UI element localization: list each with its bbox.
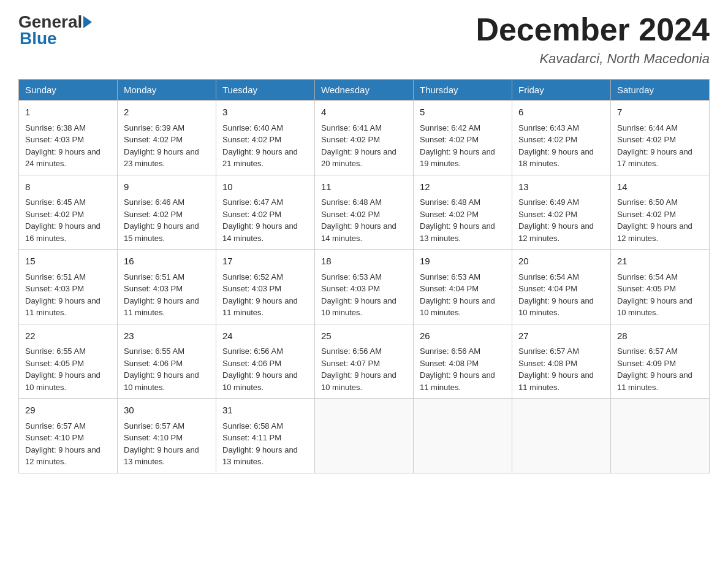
calendar-day-header: Thursday (414, 80, 512, 101)
calendar-day-cell (414, 399, 512, 473)
calendar-day-cell: 14 Sunrise: 6:50 AMSunset: 4:02 PMDaylig… (611, 175, 710, 250)
day-number: 26 (420, 329, 506, 343)
day-info: Sunrise: 6:48 AMSunset: 4:02 PMDaylight:… (420, 197, 495, 243)
day-number: 27 (518, 329, 604, 343)
calendar-day-cell: 3 Sunrise: 6:40 AMSunset: 4:02 PMDayligh… (216, 101, 315, 175)
day-info: Sunrise: 6:49 AMSunset: 4:02 PMDaylight:… (518, 197, 594, 243)
calendar-day-cell: 24 Sunrise: 6:56 AMSunset: 4:06 PMDaylig… (216, 324, 315, 399)
calendar-day-cell: 27 Sunrise: 6:57 AMSunset: 4:08 PMDaylig… (512, 324, 611, 399)
day-info: Sunrise: 6:50 AMSunset: 4:02 PMDaylight:… (617, 197, 692, 243)
calendar-day-header: Sunday (19, 80, 118, 101)
day-number: 30 (124, 404, 210, 418)
day-info: Sunrise: 6:57 AMSunset: 4:09 PMDaylight:… (617, 347, 692, 392)
day-number: 15 (25, 255, 111, 269)
logo-arrow-icon (83, 16, 92, 28)
day-info: Sunrise: 6:57 AMSunset: 4:10 PMDaylight:… (25, 421, 100, 467)
day-info: Sunrise: 6:53 AMSunset: 4:03 PMDaylight:… (321, 272, 396, 318)
calendar-day-cell: 1 Sunrise: 6:38 AMSunset: 4:03 PMDayligh… (19, 101, 118, 175)
calendar-day-cell: 5 Sunrise: 6:42 AMSunset: 4:02 PMDayligh… (414, 101, 512, 175)
day-info: Sunrise: 6:54 AMSunset: 4:05 PMDaylight:… (617, 272, 692, 318)
day-info: Sunrise: 6:45 AMSunset: 4:02 PMDaylight:… (25, 197, 100, 243)
day-number: 12 (420, 180, 506, 194)
day-number: 19 (420, 255, 506, 269)
day-info: Sunrise: 6:53 AMSunset: 4:04 PMDaylight:… (420, 272, 495, 318)
calendar-day-cell: 12 Sunrise: 6:48 AMSunset: 4:02 PMDaylig… (414, 175, 512, 250)
day-info: Sunrise: 6:54 AMSunset: 4:04 PMDaylight:… (518, 272, 594, 318)
logo: General Blue (18, 12, 94, 48)
calendar-day-cell: 30 Sunrise: 6:57 AMSunset: 4:10 PMDaylig… (118, 399, 216, 473)
calendar-day-cell: 2 Sunrise: 6:39 AMSunset: 4:02 PMDayligh… (118, 101, 216, 175)
calendar-week-row: 22 Sunrise: 6:55 AMSunset: 4:05 PMDaylig… (19, 324, 710, 399)
month-title: December 2024 (476, 12, 710, 47)
day-number: 14 (617, 180, 703, 194)
calendar-day-cell: 16 Sunrise: 6:51 AMSunset: 4:03 PMDaylig… (118, 250, 216, 324)
day-number: 3 (222, 105, 308, 120)
calendar-day-cell: 7 Sunrise: 6:44 AMSunset: 4:02 PMDayligh… (611, 101, 710, 175)
day-info: Sunrise: 6:56 AMSunset: 4:06 PMDaylight:… (222, 347, 298, 392)
calendar-header-row: SundayMondayTuesdayWednesdayThursdayFrid… (19, 80, 710, 101)
day-number: 5 (420, 105, 506, 120)
title-section: December 2024 Kavadarci, North Macedonia (476, 12, 710, 67)
location-label: Kavadarci, North Macedonia (476, 51, 710, 67)
day-number: 7 (617, 105, 703, 120)
calendar-day-cell: 6 Sunrise: 6:43 AMSunset: 4:02 PMDayligh… (512, 101, 611, 175)
day-number: 11 (321, 180, 407, 194)
day-number: 18 (321, 255, 407, 269)
day-number: 4 (321, 105, 407, 120)
day-number: 29 (25, 404, 111, 418)
day-info: Sunrise: 6:58 AMSunset: 4:11 PMDaylight:… (222, 421, 298, 467)
day-number: 24 (222, 329, 308, 343)
calendar-day-cell: 10 Sunrise: 6:47 AMSunset: 4:02 PMDaylig… (216, 175, 315, 250)
day-number: 20 (518, 255, 604, 269)
day-info: Sunrise: 6:47 AMSunset: 4:02 PMDaylight:… (222, 197, 298, 243)
day-number: 28 (617, 329, 703, 343)
day-info: Sunrise: 6:42 AMSunset: 4:02 PMDaylight:… (420, 123, 495, 169)
day-number: 22 (25, 329, 111, 343)
calendar-day-cell: 21 Sunrise: 6:54 AMSunset: 4:05 PMDaylig… (611, 250, 710, 324)
calendar-day-header: Saturday (611, 80, 710, 101)
calendar-day-cell: 22 Sunrise: 6:55 AMSunset: 4:05 PMDaylig… (19, 324, 118, 399)
day-number: 6 (518, 105, 604, 120)
day-info: Sunrise: 6:55 AMSunset: 4:05 PMDaylight:… (25, 347, 100, 392)
day-info: Sunrise: 6:38 AMSunset: 4:03 PMDaylight:… (25, 123, 100, 169)
day-info: Sunrise: 6:51 AMSunset: 4:03 PMDaylight:… (124, 272, 199, 318)
day-number: 9 (124, 180, 210, 194)
day-number: 8 (25, 180, 111, 194)
day-info: Sunrise: 6:51 AMSunset: 4:03 PMDaylight:… (25, 272, 100, 318)
calendar-day-cell: 20 Sunrise: 6:54 AMSunset: 4:04 PMDaylig… (512, 250, 611, 324)
day-info: Sunrise: 6:57 AMSunset: 4:08 PMDaylight:… (518, 347, 594, 392)
calendar-day-cell: 15 Sunrise: 6:51 AMSunset: 4:03 PMDaylig… (19, 250, 118, 324)
calendar-day-header: Friday (512, 80, 611, 101)
calendar-week-row: 29 Sunrise: 6:57 AMSunset: 4:10 PMDaylig… (19, 399, 710, 473)
calendar-day-cell: 17 Sunrise: 6:52 AMSunset: 4:03 PMDaylig… (216, 250, 315, 324)
calendar-day-cell (611, 399, 710, 473)
day-info: Sunrise: 6:40 AMSunset: 4:02 PMDaylight:… (222, 123, 298, 169)
calendar-day-cell: 28 Sunrise: 6:57 AMSunset: 4:09 PMDaylig… (611, 324, 710, 399)
calendar-week-row: 8 Sunrise: 6:45 AMSunset: 4:02 PMDayligh… (19, 175, 710, 250)
page-header: General Blue December 2024 Kavadarci, No… (18, 12, 710, 67)
calendar-day-cell: 18 Sunrise: 6:53 AMSunset: 4:03 PMDaylig… (315, 250, 414, 324)
calendar-day-cell: 26 Sunrise: 6:56 AMSunset: 4:08 PMDaylig… (414, 324, 512, 399)
day-info: Sunrise: 6:46 AMSunset: 4:02 PMDaylight:… (124, 197, 199, 243)
day-info: Sunrise: 6:57 AMSunset: 4:10 PMDaylight:… (124, 421, 199, 467)
day-number: 1 (25, 105, 111, 120)
calendar-table: SundayMondayTuesdayWednesdayThursdayFrid… (18, 79, 710, 473)
calendar-day-cell: 9 Sunrise: 6:46 AMSunset: 4:02 PMDayligh… (118, 175, 216, 250)
calendar-week-row: 1 Sunrise: 6:38 AMSunset: 4:03 PMDayligh… (19, 101, 710, 175)
day-info: Sunrise: 6:56 AMSunset: 4:08 PMDaylight:… (420, 347, 495, 392)
calendar-day-cell: 8 Sunrise: 6:45 AMSunset: 4:02 PMDayligh… (19, 175, 118, 250)
calendar-day-cell (512, 399, 611, 473)
calendar-day-cell: 4 Sunrise: 6:41 AMSunset: 4:02 PMDayligh… (315, 101, 414, 175)
day-number: 31 (222, 404, 308, 418)
day-info: Sunrise: 6:56 AMSunset: 4:07 PMDaylight:… (321, 347, 396, 392)
day-number: 13 (518, 180, 604, 194)
calendar-day-cell: 29 Sunrise: 6:57 AMSunset: 4:10 PMDaylig… (19, 399, 118, 473)
logo-blue-text: Blue (20, 29, 57, 48)
day-number: 21 (617, 255, 703, 269)
day-number: 2 (124, 105, 210, 120)
calendar-day-cell: 11 Sunrise: 6:48 AMSunset: 4:02 PMDaylig… (315, 175, 414, 250)
day-info: Sunrise: 6:55 AMSunset: 4:06 PMDaylight:… (124, 347, 199, 392)
calendar-day-cell: 19 Sunrise: 6:53 AMSunset: 4:04 PMDaylig… (414, 250, 512, 324)
calendar-day-cell: 25 Sunrise: 6:56 AMSunset: 4:07 PMDaylig… (315, 324, 414, 399)
day-info: Sunrise: 6:41 AMSunset: 4:02 PMDaylight:… (321, 123, 396, 169)
